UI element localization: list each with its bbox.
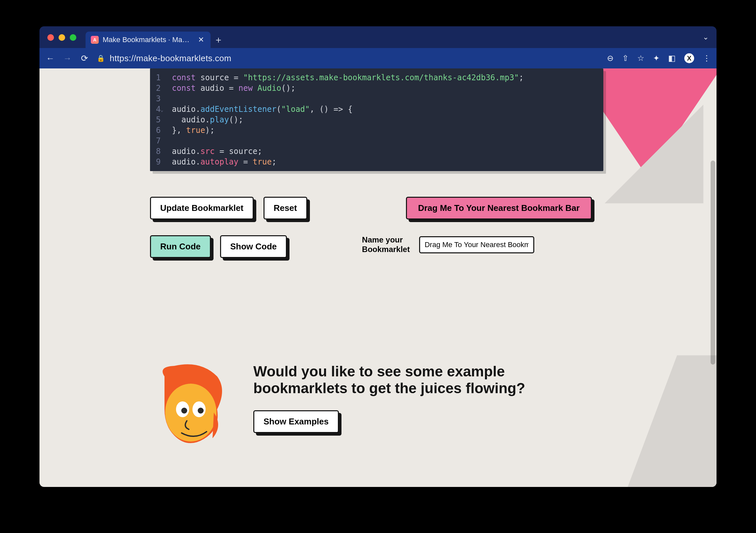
close-icon[interactable]: ✕ xyxy=(197,36,205,44)
code-editor-panel: 123456789 ⌄ const source = "https://asse… xyxy=(150,68,603,171)
profile-avatar-icon[interactable]: X xyxy=(684,53,694,63)
extensions-icon[interactable]: ✦ xyxy=(653,54,660,63)
bookmarklet-name-input[interactable] xyxy=(419,236,534,253)
illustration-face-icon xyxy=(151,363,227,449)
reload-icon[interactable]: ⟳ xyxy=(80,53,90,64)
url-text: https://make-bookmarklets.com xyxy=(110,53,231,64)
line-gutter: 123456789 ⌄ xyxy=(150,68,165,171)
code-editor[interactable]: 123456789 ⌄ const source = "https://asse… xyxy=(150,68,603,171)
window-minimize-icon[interactable] xyxy=(59,34,65,41)
page-viewport: 123456789 ⌄ const source = "https://asse… xyxy=(40,68,716,487)
menu-icon[interactable]: ⋮ xyxy=(703,54,711,63)
address-bar: ← → ⟳ 🔒 https://make-bookmarklets.com ⊖ … xyxy=(40,48,716,68)
examples-heading: Would you like to see some example bookm… xyxy=(253,363,569,396)
scrollbar[interactable] xyxy=(711,161,715,364)
run-code-button[interactable]: Run Code xyxy=(150,235,211,258)
url-field[interactable]: 🔒 https://make-bookmarklets.com xyxy=(97,53,231,64)
show-examples-button[interactable]: Show Examples xyxy=(253,410,339,433)
drag-bookmarklet-link[interactable]: Drag Me To Your Nearest Bookmark Bar xyxy=(406,197,592,220)
lock-icon: 🔒 xyxy=(97,54,105,62)
new-tab-button[interactable]: ＋ xyxy=(210,32,226,48)
tabs-overflow-icon[interactable]: ⌄ xyxy=(703,33,709,48)
update-bookmarklet-button[interactable]: Update Bookmarklet xyxy=(150,197,254,220)
bookmark-star-icon[interactable]: ☆ xyxy=(637,54,644,63)
reset-button[interactable]: Reset xyxy=(263,197,307,220)
fold-icon[interactable]: ⌄ xyxy=(161,105,163,115)
favicon-icon: A xyxy=(91,36,99,44)
svg-point-0 xyxy=(165,384,216,441)
show-code-button[interactable]: Show Code xyxy=(220,235,287,258)
browser-tab[interactable]: A Make Bookmarklets · Make it e ✕ xyxy=(86,32,210,48)
zoom-icon[interactable]: ⊖ xyxy=(607,54,613,63)
sidepanel-icon[interactable]: ◧ xyxy=(668,54,676,63)
window-close-icon[interactable] xyxy=(47,34,54,41)
svg-point-3 xyxy=(181,408,187,413)
tab-title: Make Bookmarklets · Make it e xyxy=(103,36,193,44)
share-icon[interactable]: ⇧ xyxy=(622,54,629,63)
window-zoom-icon[interactable] xyxy=(70,34,76,41)
svg-point-4 xyxy=(198,408,203,413)
name-bookmarklet-label: Name yourBookmarklet xyxy=(362,235,410,254)
browser-window: A Make Bookmarklets · Make it e ✕ ＋ ⌄ ← … xyxy=(40,26,716,487)
back-icon[interactable]: ← xyxy=(45,53,55,64)
code-body[interactable]: const source = "https://assets.make-book… xyxy=(165,68,524,171)
forward-icon: → xyxy=(63,53,72,64)
window-controls xyxy=(47,34,86,48)
tab-bar: A Make Bookmarklets · Make it e ✕ ＋ ⌄ xyxy=(40,26,716,48)
